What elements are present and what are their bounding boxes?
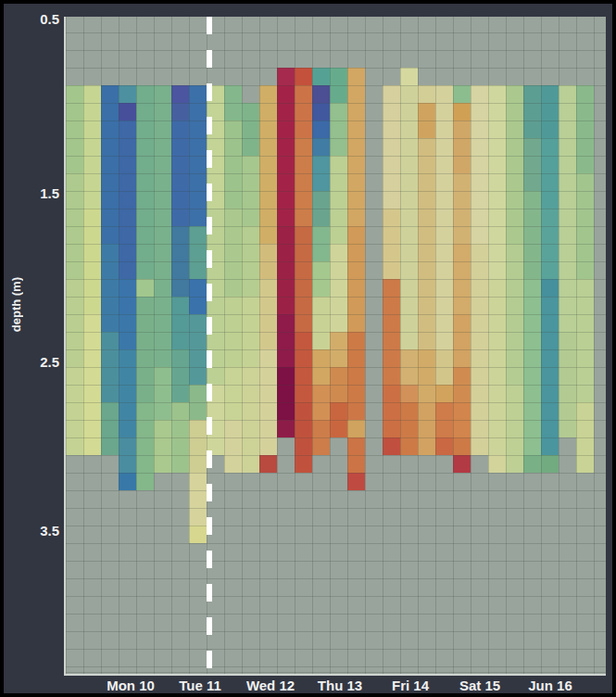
heatmap-cell-segment: [66, 173, 83, 279]
heatmap-cell-segment: [435, 437, 453, 455]
heatmap-cell-segment: [224, 297, 242, 367]
heatmap-cell-segment: [471, 244, 488, 455]
heatmap-cell-segment: [154, 367, 171, 420]
heatmap-column: [576, 17, 594, 674]
heatmap-cell-segment: [101, 85, 119, 244]
heatmap-cell-segment: [506, 244, 523, 385]
heatmap-cell-segment: [330, 332, 347, 367]
heatmap-cell-segment: [83, 314, 101, 455]
heatmap-cell-segment: [347, 420, 365, 437]
heatmap-column: [224, 17, 242, 674]
heatmap-column: [119, 17, 136, 674]
heatmap-cell-segment: [541, 85, 559, 138]
heatmap-cell-segment: [506, 85, 523, 244]
heatmap-cell-segment: [189, 314, 207, 385]
heatmap-column: [66, 17, 83, 674]
heatmap-cell-segment: [171, 226, 189, 297]
heatmap-cell-segment: [101, 402, 119, 455]
heatmap-cell-segment: [312, 120, 330, 138]
heatmap-column: [242, 17, 259, 674]
heatmap-column: [189, 17, 207, 674]
heatmap-cell-segment: [330, 156, 347, 244]
heatmap-cell-segment: [189, 226, 207, 279]
heatmap-cell-segment: [418, 103, 435, 138]
heatmap-column: [383, 17, 400, 674]
heatmap-cell-segment: [488, 279, 506, 455]
heatmap-cell-segment: [418, 138, 435, 349]
heatmap-cell-segment: [119, 85, 136, 103]
heatmap-cell-segment: [295, 226, 312, 332]
heatmap-cell-segment: [171, 103, 189, 120]
heatmap-cell-segment: [400, 85, 418, 349]
y-axis-tick-label: 2.5: [11, 354, 59, 371]
heatmap-cell-segment: [330, 367, 347, 402]
heatmap-cell-segment: [312, 297, 330, 349]
heatmap-cell-segment: [453, 314, 471, 367]
heatmap-cell-segment: [66, 279, 83, 367]
heatmap-cell-segment: [207, 85, 224, 209]
heatmap-cell-segment: [171, 120, 189, 226]
heatmap-cell-segment: [400, 385, 418, 402]
heatmap-cell-segment: [277, 420, 295, 437]
heatmap-cell-segment: [347, 332, 365, 402]
heatmap-cell-segment: [347, 473, 365, 490]
heatmap-cell-segment: [171, 297, 189, 349]
heatmap-cell-segment: [277, 68, 295, 85]
heatmap-cell-segment: [207, 209, 224, 385]
heatmap-cell-segment: [576, 85, 594, 173]
heatmap-cell-segment: [242, 156, 259, 226]
heatmap-cell-segment: [189, 526, 207, 543]
heatmap-cell-segment: [312, 261, 330, 297]
heatmap-column: [312, 17, 330, 674]
x-axis-line: [64, 674, 606, 676]
heatmap-cell-segment: [119, 349, 136, 437]
heatmap-cell-segment: [541, 138, 559, 209]
heatmap-cell-segment: [171, 402, 189, 473]
heatmap-cell-segment: [347, 68, 365, 226]
heatmap-cell-segment: [189, 279, 207, 314]
heatmap-cell-segment: [119, 473, 136, 490]
heatmap-cell-segment: [242, 367, 259, 473]
heatmap-column: [559, 17, 576, 674]
heatmap-cell-segment: [347, 402, 365, 420]
heatmap-chart-window: depth (m) 0.51.52.53.5 Mon 10Tue 11Wed 1…: [0, 0, 616, 697]
heatmap-cell-segment: [259, 455, 277, 473]
heatmap-column: [207, 17, 224, 674]
heatmap-cell-segment: [277, 85, 295, 226]
heatmap-cell-segment: [136, 85, 154, 279]
heatmap-cell-segment: [347, 437, 365, 473]
y-axis-line: [64, 17, 66, 674]
heatmap-column: [400, 17, 418, 674]
heatmap-cell-segment: [312, 138, 330, 156]
heatmap-cell-segment: [576, 402, 594, 473]
heatmap-cell-segment: [189, 420, 207, 473]
heatmap-cell-segment: [312, 85, 330, 103]
heatmap-cell-segment: [277, 314, 295, 367]
heatmap-column: [418, 17, 435, 674]
heatmap-cell-segment: [259, 85, 277, 244]
heatmap-cell-segment: [119, 314, 136, 349]
heatmap-column: [488, 17, 506, 674]
heatmap-cell-segment: [295, 138, 312, 226]
heatmap-cell-segment: [435, 85, 453, 349]
heatmap-cell-segment: [207, 385, 224, 455]
heatmap-cell-segment: [330, 402, 347, 437]
heatmap-cell-segment: [435, 385, 453, 402]
heatmap-cell-segment: [471, 85, 488, 244]
heatmap-cell-segment: [541, 455, 559, 473]
heatmap-cell-segment: [154, 85, 171, 367]
heatmap-cell-segment: [119, 437, 136, 473]
heatmap-cell-segment: [171, 349, 189, 402]
heatmap-column: [365, 17, 383, 674]
heatmap-column: [171, 17, 189, 674]
heatmap-cell-segment: [400, 68, 418, 85]
heatmap-cell-segment: [523, 138, 541, 191]
heatmap-column: [594, 17, 606, 674]
heatmap-cell-segment: [383, 85, 400, 209]
heatmap-cell-segment: [83, 85, 101, 209]
heatmap-column: [83, 17, 101, 674]
heatmap-cell-segment: [277, 226, 295, 314]
heatmap-cell-segment: [523, 85, 541, 138]
heatmap-cell-segment: [119, 120, 136, 279]
heatmap-cell-segment: [295, 85, 312, 138]
